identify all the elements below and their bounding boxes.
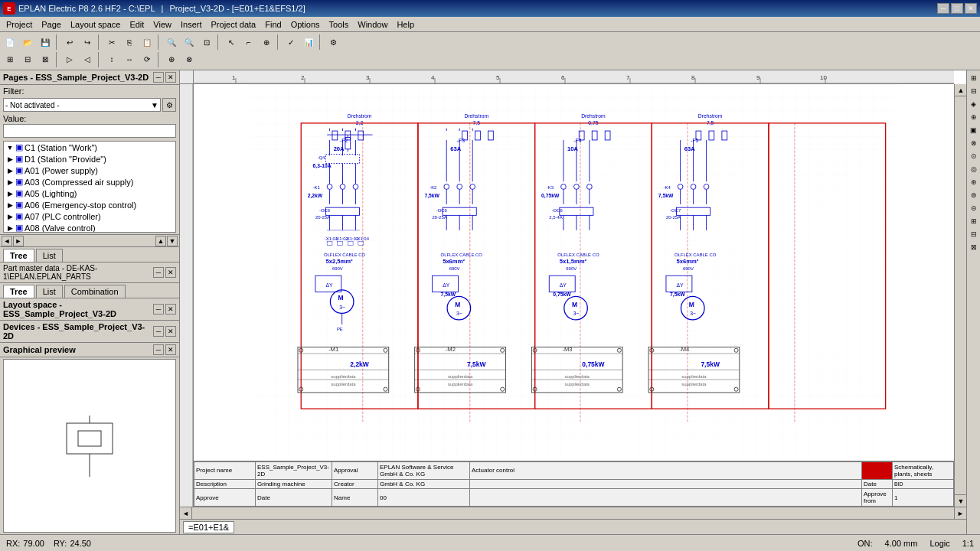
bottom-tab-e01[interactable]: =E01+E1& bbox=[183, 521, 234, 533]
bottom-info-table: Project name ESS_Sample_Project_V3-2D Ap… bbox=[194, 461, 954, 507]
hscroll-right-btn[interactable]: ► bbox=[954, 507, 966, 520]
tb-r6[interactable]: ↕ bbox=[103, 51, 120, 68]
part-tab-list[interactable]: List bbox=[36, 285, 63, 298]
rt-btn-9[interactable]: ⊛ bbox=[968, 176, 980, 188]
tree-scroll-up[interactable]: ▲ bbox=[155, 236, 166, 246]
rt-btn-11[interactable]: ⊝ bbox=[968, 202, 980, 214]
menu-options[interactable]: Options bbox=[286, 18, 325, 31]
tb-save[interactable]: 💾 bbox=[37, 34, 54, 51]
menu-help[interactable]: Help bbox=[392, 18, 419, 31]
tree-item-a01[interactable]: ▶ ▣ A01 (Power supply) bbox=[4, 165, 175, 176]
tb-r9[interactable]: ⊕ bbox=[163, 51, 180, 68]
tb-fit[interactable]: ⊡ bbox=[198, 34, 215, 51]
tb-zoom-out[interactable]: 🔍 bbox=[181, 34, 198, 51]
tb-zoom-in[interactable]: 🔍 bbox=[163, 34, 180, 51]
tb-redo[interactable]: ↪ bbox=[79, 34, 96, 51]
hscroll-left-btn[interactable]: ◄ bbox=[180, 507, 192, 520]
tb-settings[interactable]: ⚙ bbox=[325, 34, 341, 51]
tree-nav-left[interactable]: ◄ bbox=[2, 236, 12, 246]
tb-check[interactable]: ✓ bbox=[283, 34, 299, 51]
tb-report[interactable]: 📊 bbox=[300, 34, 317, 51]
tb-r7[interactable]: ↔ bbox=[121, 51, 138, 68]
rt-btn-13[interactable]: ⊟ bbox=[968, 228, 980, 240]
devices-minimize-btn[interactable]: ─ bbox=[153, 326, 164, 337]
menu-find[interactable]: Find bbox=[260, 18, 286, 31]
layout-minimize-btn[interactable]: ─ bbox=[153, 304, 164, 315]
tb-new[interactable]: 📄 bbox=[2, 34, 18, 51]
tb-r4[interactable]: ▷ bbox=[61, 51, 78, 68]
rt-btn-12[interactable]: ⊞ bbox=[968, 215, 980, 227]
tb-paste[interactable]: 📋 bbox=[139, 34, 155, 51]
devices-close-btn[interactable]: ✕ bbox=[165, 326, 176, 337]
graphical-minimize-btn[interactable]: ─ bbox=[153, 344, 164, 355]
menu-window[interactable]: Window bbox=[353, 18, 392, 31]
tb-r5[interactable]: ◁ bbox=[79, 51, 96, 68]
rt-btn-8[interactable]: ◎ bbox=[968, 163, 980, 175]
part-tab-tree[interactable]: Tree bbox=[3, 285, 34, 298]
menu-layout-space[interactable]: Layout space bbox=[66, 18, 125, 31]
graphical-close-btn[interactable]: ✕ bbox=[165, 344, 176, 355]
rt-btn-14[interactable]: ⊠ bbox=[968, 241, 980, 253]
menu-edit[interactable]: Edit bbox=[125, 18, 149, 31]
part-tab-combination[interactable]: Combination bbox=[64, 285, 126, 298]
rt-btn-4[interactable]: ⊕ bbox=[968, 111, 980, 123]
svg-text:PE: PE bbox=[337, 327, 343, 331]
tb-r8[interactable]: ⟳ bbox=[139, 51, 155, 68]
menu-tools[interactable]: Tools bbox=[325, 18, 354, 31]
tb-symbol[interactable]: ⊕ bbox=[258, 34, 275, 51]
tree-label-a07: A07 (PLC controller) bbox=[24, 212, 101, 221]
rt-btn-7[interactable]: ⊙ bbox=[968, 150, 980, 162]
tb-r10[interactable]: ⊗ bbox=[181, 51, 198, 68]
tb-copy[interactable]: ⎘ bbox=[121, 34, 138, 51]
part-minimize-btn[interactable]: ─ bbox=[153, 267, 164, 278]
tree-item-d1[interactable]: ▶ ▣ D1 (Station "Provide") bbox=[4, 153, 175, 165]
close-button[interactable]: ✕ bbox=[965, 3, 977, 14]
svg-text:-K2: -K2 bbox=[430, 185, 436, 190]
tree-nav-right[interactable]: ► bbox=[13, 236, 24, 246]
menu-project-data[interactable]: Project data bbox=[207, 18, 261, 31]
hscroll-track[interactable] bbox=[192, 507, 954, 519]
tb-r1[interactable]: ⊞ bbox=[2, 51, 18, 68]
tab-tree[interactable]: Tree bbox=[3, 249, 34, 262]
rt-btn-10[interactable]: ⊜ bbox=[968, 189, 980, 201]
tree-item-a05[interactable]: ▶ ▣ A05 (Lighting) bbox=[4, 187, 175, 199]
scroll-down-btn[interactable]: ▼ bbox=[955, 494, 966, 507]
scroll-up-btn[interactable]: ▲ bbox=[955, 84, 966, 96]
rt-btn-2[interactable]: ⊟ bbox=[968, 85, 980, 97]
maximize-button[interactable]: □ bbox=[951, 3, 963, 14]
rt-btn-5[interactable]: ▣ bbox=[968, 124, 980, 136]
layout-close-btn[interactable]: ✕ bbox=[165, 304, 176, 315]
tree-item-a03[interactable]: ▶ ▣ A03 (Compressed air supply) bbox=[4, 176, 175, 187]
tb-open[interactable]: 📂 bbox=[19, 34, 36, 51]
tree-item-a06[interactable]: ▶ ▣ A06 (Emergency-stop control) bbox=[4, 199, 175, 210]
menu-project[interactable]: Project bbox=[2, 18, 37, 31]
part-close-btn[interactable]: ✕ bbox=[165, 267, 176, 278]
tab-list[interactable]: List bbox=[36, 249, 63, 262]
tb-select[interactable]: ↖ bbox=[223, 34, 240, 51]
minimize-button[interactable]: ─ bbox=[937, 3, 949, 14]
tb-r2[interactable]: ⊟ bbox=[19, 51, 36, 68]
pages-minimize-btn[interactable]: ─ bbox=[153, 72, 164, 83]
tree-item-a07[interactable]: ▶ ▣ A07 (PLC controller) bbox=[4, 210, 175, 222]
rt-btn-3[interactable]: ◈ bbox=[968, 98, 980, 110]
filter-dropdown[interactable]: - Not activated - ▼ bbox=[3, 98, 161, 112]
menu-insert[interactable]: Insert bbox=[176, 18, 207, 31]
tb-cut[interactable]: ✂ bbox=[103, 34, 120, 51]
pages-close-btn[interactable]: ✕ bbox=[165, 72, 176, 83]
tb-r3[interactable]: ⊠ bbox=[37, 51, 54, 68]
value-input[interactable] bbox=[3, 124, 176, 138]
scroll-track[interactable] bbox=[955, 96, 966, 494]
menu-page[interactable]: Page bbox=[37, 18, 66, 31]
filter-settings-btn[interactable]: ⚙ bbox=[162, 98, 176, 112]
value-label: Value: bbox=[3, 114, 26, 123]
drawing-content[interactable]: Drehstrom 2,2 -F2 20A bbox=[194, 84, 954, 507]
tree-scroll-down[interactable]: ▼ bbox=[167, 236, 178, 246]
rt-btn-1[interactable]: ⊞ bbox=[968, 72, 980, 84]
menu-view[interactable]: View bbox=[149, 18, 176, 31]
tree-item-c1[interactable]: ▼ ▣ C1 (Station "Work") bbox=[4, 142, 175, 153]
svg-text:ÖLFLEX CABLE CO: ÖLFLEX CABLE CO bbox=[441, 253, 483, 257]
rt-btn-6[interactable]: ⊗ bbox=[968, 137, 980, 149]
tb-undo[interactable]: ↩ bbox=[61, 34, 78, 51]
tb-wire[interactable]: ⌐ bbox=[240, 34, 257, 51]
tree-item-a08[interactable]: ▶ ▣ A08 (Valve control) bbox=[4, 222, 175, 233]
